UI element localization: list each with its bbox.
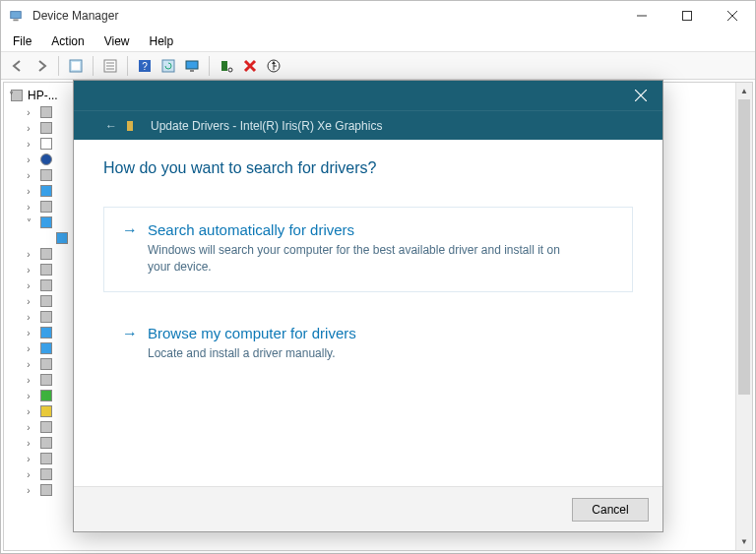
properties-icon[interactable] — [99, 55, 121, 77]
expander-icon[interactable]: ˅ — [4, 91, 18, 101]
vertical-scrollbar[interactable]: ▲ ▼ — [735, 83, 752, 550]
expander-icon[interactable]: › — [22, 139, 35, 150]
audio-icon — [39, 121, 53, 135]
svg-rect-17 — [221, 61, 227, 71]
expander-icon[interactable]: › — [22, 438, 35, 449]
window-title: Device Manager — [32, 9, 118, 23]
svg-rect-14 — [162, 60, 174, 72]
menu-help[interactable]: Help — [142, 32, 182, 50]
expander-icon[interactable]: › — [22, 296, 35, 307]
expander-icon[interactable]: › — [22, 186, 35, 197]
ports-icon — [39, 357, 53, 371]
expander-icon[interactable]: › — [22, 170, 35, 181]
menu-action[interactable]: Action — [43, 32, 92, 50]
svg-rect-15 — [186, 61, 198, 69]
expander-icon[interactable]: › — [22, 391, 35, 401]
expander-icon[interactable]: › — [22, 469, 35, 480]
expander-icon[interactable]: › — [22, 312, 35, 323]
expander-icon[interactable]: › — [22, 485, 35, 496]
battery-icon — [39, 137, 53, 151]
option-description: Windows will search your computer for th… — [148, 242, 561, 276]
svg-text:?: ? — [142, 61, 148, 72]
toolbar-separator — [93, 56, 94, 76]
expander-icon[interactable]: › — [22, 343, 35, 354]
dialog-titlebar — [74, 81, 662, 110]
close-button[interactable] — [710, 1, 755, 31]
hid-icon — [39, 263, 53, 277]
scroll-up-icon[interactable]: ▲ — [736, 83, 752, 99]
expander-icon[interactable]: › — [22, 406, 35, 417]
svg-rect-1 — [13, 20, 18, 22]
cancel-button[interactable]: Cancel — [572, 498, 649, 522]
toolbar-separator — [209, 56, 210, 76]
device-icon — [125, 119, 139, 133]
monitor-icon[interactable] — [181, 55, 203, 77]
dialog-footer: Cancel — [74, 486, 662, 531]
titlebar: Device Manager — [1, 1, 755, 31]
expander-icon[interactable]: › — [22, 154, 35, 165]
arrow-right-icon: → — [122, 221, 138, 239]
expander-icon[interactable]: › — [22, 328, 35, 339]
bluetooth-icon — [39, 153, 53, 166]
minimize-button[interactable] — [619, 1, 664, 31]
menu-file[interactable]: File — [5, 32, 39, 50]
option-browse-computer[interactable]: → Browse my computer for drivers Locate … — [103, 310, 633, 379]
svg-rect-7 — [72, 62, 80, 70]
svg-marker-22 — [272, 61, 276, 64]
scroll-thumb[interactable] — [738, 99, 750, 395]
back-arrow-icon[interactable]: ← — [105, 119, 117, 133]
scroll-down-icon[interactable]: ▼ — [736, 533, 752, 550]
expander-icon[interactable]: › — [22, 202, 35, 213]
dialog-close-button[interactable] — [618, 81, 662, 110]
option-title: Browse my computer for drivers — [148, 325, 356, 341]
forward-icon[interactable] — [31, 55, 52, 77]
system-icon — [39, 467, 53, 481]
security-icon — [39, 404, 53, 418]
expander-icon[interactable]: ˅ — [22, 217, 35, 228]
option-title: Search automatically for drivers — [148, 221, 561, 238]
svg-rect-3 — [683, 12, 692, 21]
maximize-button[interactable] — [664, 1, 710, 31]
audio-icon — [39, 105, 53, 119]
camera-icon — [39, 168, 53, 182]
tree-root-label: HP-... — [28, 89, 58, 102]
ide-icon — [39, 278, 53, 292]
expander-icon[interactable]: › — [22, 454, 35, 464]
expander-icon[interactable]: › — [22, 375, 35, 386]
svg-rect-0 — [11, 12, 22, 19]
update-drivers-dialog: ← Update Drivers - Intel(R) Iris(R) Xe G… — [73, 80, 663, 532]
usb-icon — [39, 483, 53, 497]
dialog-body: How do you want to search for drivers? →… — [74, 140, 662, 486]
firmware-icon — [39, 247, 53, 261]
expander-icon[interactable]: › — [22, 249, 35, 260]
sound-icon — [39, 436, 53, 450]
show-hidden-icon[interactable] — [65, 55, 87, 77]
uninstall-icon[interactable] — [239, 55, 261, 77]
update-icon[interactable] — [263, 55, 284, 77]
expander-icon[interactable]: › — [22, 265, 35, 276]
software-icon — [39, 420, 53, 434]
svg-point-18 — [228, 68, 232, 72]
option-search-automatically[interactable]: → Search automatically for drivers Windo… — [103, 207, 633, 292]
expander-icon[interactable]: › — [22, 359, 35, 370]
expander-icon[interactable]: › — [22, 123, 35, 134]
help-icon[interactable]: ? — [134, 55, 156, 77]
expander-icon[interactable]: › — [22, 422, 35, 433]
expander-icon[interactable]: › — [22, 107, 35, 118]
print-icon — [39, 373, 53, 387]
arrow-right-icon: → — [122, 325, 138, 342]
expander-icon[interactable]: › — [22, 280, 35, 291]
display-icon — [39, 215, 53, 229]
dialog-heading: How do you want to search for drivers? — [103, 159, 633, 177]
dialog-subtitle: Update Drivers - Intel(R) Iris(R) Xe Gra… — [151, 119, 382, 133]
back-icon[interactable] — [7, 55, 29, 77]
storage-icon — [39, 452, 53, 465]
toolbar-separator — [127, 56, 128, 76]
hardware-scan-icon[interactable] — [216, 55, 237, 77]
processor-icon — [39, 389, 53, 402]
svg-rect-25 — [127, 121, 133, 131]
refresh-icon[interactable] — [158, 55, 179, 77]
menu-view[interactable]: View — [96, 32, 138, 50]
svg-rect-16 — [190, 70, 194, 72]
disk-icon — [39, 200, 53, 214]
